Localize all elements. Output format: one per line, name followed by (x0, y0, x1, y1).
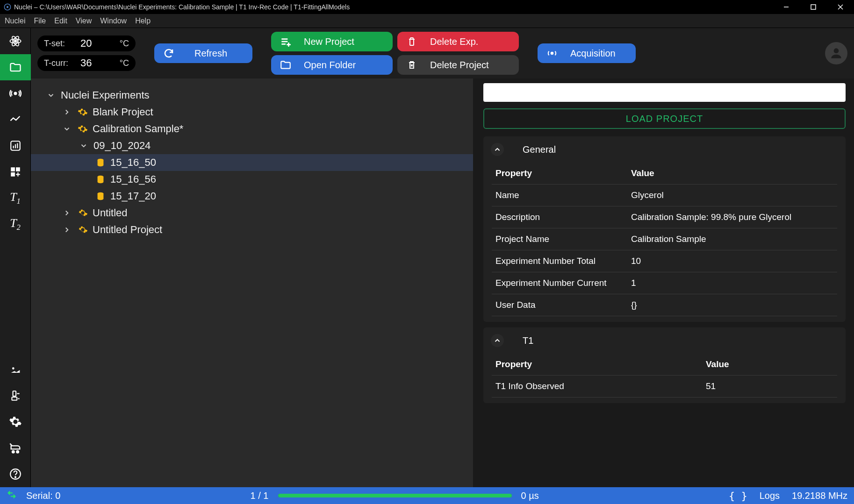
svg-rect-16 (16, 167, 20, 171)
tree-item-date[interactable]: 09_10_2024 (31, 137, 473, 154)
delete-exp-label: Delete Exp. (430, 36, 478, 47)
menu-window[interactable]: Window (100, 17, 127, 25)
tree-label: 15_17_20 (110, 190, 156, 202)
load-project-label: LOAD PROJECT (626, 114, 703, 124)
sidebar-folder-icon[interactable] (0, 54, 31, 80)
menu-help[interactable]: Help (135, 17, 151, 25)
tree-root[interactable]: Nuclei Experiments (31, 87, 473, 104)
t1-header[interactable]: T1 (483, 327, 846, 354)
page-status: 1 / 1 (251, 490, 269, 501)
tree-label: Untitled Project (93, 224, 162, 236)
general-header[interactable]: General (483, 136, 846, 163)
sidebar-help-icon[interactable] (0, 461, 31, 487)
t-set[interactable]: T-set: 20 °C (37, 35, 136, 51)
sync-icon[interactable] (7, 490, 17, 502)
user-avatar[interactable] (825, 42, 847, 64)
prop-row: Experiment Number Total 10 (492, 250, 837, 272)
sidebar-analytics-icon[interactable] (0, 133, 31, 159)
svg-rect-3 (811, 5, 816, 9)
tree-item-untitled[interactable]: Untitled (31, 205, 473, 221)
prop-val: 1 (631, 278, 833, 288)
sidebar-t2-icon[interactable]: T2 (0, 211, 31, 237)
minimize-button[interactable] (773, 0, 800, 14)
preview-strip (483, 83, 846, 102)
frequency-status: 19.2188 MHz (792, 490, 847, 501)
tree-label: 15_16_56 (110, 173, 156, 185)
delete-project-button[interactable]: Delete Project (397, 55, 519, 75)
database-icon (94, 157, 107, 168)
tree-label: Blank Project (93, 106, 153, 118)
tset-label: T-set: (44, 39, 77, 49)
titlebar: Nuclei – C:\Users\WAR\Documents\Nuclei E… (0, 0, 854, 14)
database-icon (94, 191, 107, 201)
refresh-label: Refresh (178, 48, 244, 59)
menu-edit[interactable]: Edit (54, 17, 67, 25)
prop-key: Project Name (495, 234, 631, 244)
sidebar-apps-icon[interactable] (0, 159, 31, 185)
tree-panel: Nuclei Experiments Blank Project (31, 78, 475, 487)
open-folder-icon (280, 59, 292, 71)
menu-view[interactable]: View (76, 17, 92, 25)
sidebar-stroller-icon[interactable] (0, 435, 31, 461)
chevron-up-icon (491, 334, 504, 347)
sidebar-atom-icon[interactable] (0, 28, 31, 54)
toolbar: T-set: 20 °C T-curr: 36 °C Refresh (31, 28, 854, 78)
tree-item-blank[interactable]: Blank Project (31, 104, 473, 121)
col-property: Property (495, 168, 631, 178)
tcurr-value: 36 (80, 57, 92, 69)
prop-key: User Data (495, 300, 631, 310)
tree-root-label: Nuclei Experiments (61, 89, 150, 101)
tcurr-label: T-curr: (44, 58, 77, 68)
sidebar-settings-icon[interactable] (0, 409, 31, 435)
t-curr: T-curr: 36 °C (37, 55, 136, 71)
statusbar: Serial: 0 1 / 1 0 µs { } Logs 19.2188 MH… (0, 487, 854, 504)
maximize-button[interactable] (800, 0, 827, 14)
gear-icon (77, 107, 89, 117)
gear-icon (77, 225, 89, 235)
sidebar-device-icon[interactable] (0, 383, 31, 409)
svg-rect-17 (11, 172, 15, 177)
new-project-button[interactable]: New Project (271, 32, 393, 51)
prop-key: T1 Info Observed (495, 381, 706, 391)
sidebar-chart-icon[interactable] (0, 106, 31, 133)
t1-section: T1 Property Value T1 Info Observed 51 (483, 327, 846, 403)
prop-key: Name (495, 190, 631, 200)
acquisition-icon (546, 47, 558, 59)
sidebar-t1-icon[interactable]: T1 (0, 185, 31, 211)
braces-icon[interactable]: { } (729, 490, 747, 502)
prop-val: 51 (706, 381, 833, 391)
col-value: Value (706, 359, 833, 369)
prop-key: Experiment Number Total (495, 256, 631, 266)
chevron-right-icon (61, 108, 73, 116)
tree-item-exp-1[interactable]: 15_16_50 (31, 154, 473, 171)
delete-project-icon (406, 59, 418, 71)
sidebar-signal-icon[interactable] (0, 80, 31, 106)
logs-button[interactable]: Logs (760, 490, 780, 501)
menu-file[interactable]: File (34, 17, 46, 25)
time-status: 0 µs (521, 490, 539, 501)
svg-line-25 (10, 444, 12, 446)
open-folder-button[interactable]: Open Folder (271, 55, 393, 75)
svg-point-36 (834, 48, 839, 53)
prop-row: Project Name Calibration Sample (492, 228, 837, 250)
svg-point-27 (14, 476, 15, 477)
refresh-button[interactable]: Refresh (154, 43, 252, 63)
tree-item-exp-2[interactable]: 15_16_56 (31, 171, 473, 188)
acquisition-button[interactable]: Acquisition (538, 43, 636, 63)
delete-exp-button[interactable]: Delete Exp. (397, 32, 519, 51)
gear-icon (77, 208, 89, 218)
general-title: General (523, 144, 556, 155)
svg-rect-15 (11, 167, 15, 171)
svg-point-23 (12, 451, 14, 453)
menu-nuclei[interactable]: Nuclei (5, 17, 25, 25)
tree-item-exp-3[interactable]: 15_17_20 (31, 188, 473, 205)
prop-row: Experiment Number Current 1 (492, 272, 837, 294)
close-button[interactable] (827, 0, 854, 14)
progress-fill (278, 494, 512, 497)
prop-val: Calibration Sample (631, 234, 833, 244)
svg-point-18 (12, 367, 14, 369)
sidebar-dig-icon[interactable] (0, 356, 31, 383)
tree-item-calibration[interactable]: Calibration Sample* (31, 121, 473, 137)
tree-item-untitled-project[interactable]: Untitled Project (31, 221, 473, 238)
load-project-button[interactable]: LOAD PROJECT (483, 108, 846, 129)
